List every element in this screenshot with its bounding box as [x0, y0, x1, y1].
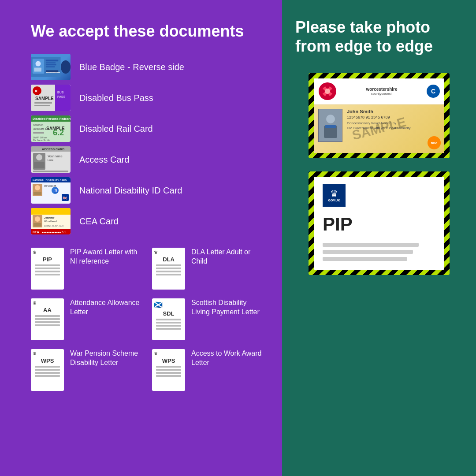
- svg-rect-16: [34, 102, 52, 104]
- striped-border-bottom: ♛ GOV.UK PIP: [309, 171, 450, 275]
- svg-text:Disabled Persons Railcard: Disabled Persons Railcard: [33, 117, 71, 120]
- svg-rect-6: [46, 64, 56, 65]
- svg-text:09/10/2025: 09/10/2025: [44, 185, 56, 187]
- svg-text:6.1: 6.1: [62, 231, 66, 234]
- wps-label: War Pension Scheme Disability Letter: [70, 349, 143, 368]
- doc-label-rail-card: Disabled Rail Card: [79, 124, 153, 134]
- left-panel: We accept these documents ■■■■■■■■■■■■■■: [0, 0, 282, 476]
- right-panel: Please take photo from edge to edge: [282, 0, 476, 476]
- doc-label-access-card: Access Card: [79, 155, 129, 165]
- crown-icon: ♛: [33, 301, 37, 305]
- svg-text:Expiry: 10 Jan 2015: Expiry: 10 Jan 2015: [44, 224, 63, 227]
- svg-text:6.2: 6.2: [53, 128, 64, 137]
- pip-code: PIP: [33, 256, 62, 263]
- card-name: John Smith: [347, 109, 440, 114]
- worcestershire-card: worcestershire countycouncil C: [314, 78, 444, 153]
- rose-icon: [318, 82, 337, 100]
- svg-rect-5: [46, 63, 56, 63]
- svg-text:Jennifer: Jennifer: [44, 216, 55, 219]
- wps-code: WPS: [33, 357, 62, 364]
- cea-card-thumb: Jennifer Woodhead Expiry: 10 Jan 2015 CE…: [31, 208, 71, 234]
- crown-icon: ♛: [154, 250, 158, 255]
- crown-icon: ♛: [154, 351, 158, 356]
- svg-point-2: [36, 61, 41, 67]
- svg-rect-3: [34, 68, 42, 72]
- pip-letter-card: ♛ GOV.UK PIP: [314, 177, 444, 270]
- svg-rect-7: [46, 67, 55, 67]
- svg-text:🇬🇧: 🇬🇧: [63, 196, 67, 200]
- atw-code: WPS: [154, 357, 183, 364]
- list-item: ✕ SAMPLE BUS PASS Disabled Bus Pass: [31, 85, 264, 111]
- dla-code: DLA: [154, 256, 183, 263]
- svg-rect-35: [34, 162, 45, 168]
- pip-line-3: [323, 257, 407, 261]
- blue-badge-thumb: ■■■■■■■■■■■■■■: [31, 54, 71, 80]
- letter-item-pip: ♛ PIP PIP Award Letter with NI reference: [31, 248, 143, 290]
- right-title: Please take photo from edge to edge: [295, 18, 463, 56]
- svg-rect-38: [33, 171, 68, 172]
- doc-label-cea-card: CEA Card: [79, 216, 119, 227]
- svg-rect-26: [33, 132, 44, 134]
- ndcard-thumb: NATIONAL DISABILITY CARD 09/10/2025 ♿ 🇬🇧: [31, 177, 71, 204]
- svg-text:BUS: BUS: [57, 91, 64, 94]
- crown-symbol: ♛: [330, 189, 338, 198]
- letter-item-dla: ♛ DLA DLA Letter Adult or Child: [152, 248, 264, 290]
- svg-point-34: [36, 154, 42, 160]
- pip-main-text: PIP: [323, 214, 435, 235]
- main-title: We accept these documents: [31, 22, 264, 41]
- dla-label: DLA Letter Adult or Child: [191, 248, 264, 266]
- list-item: NATIONAL DISABILITY CARD 09/10/2025 ♿ 🇬🇧…: [31, 177, 264, 204]
- svg-text:ACCESS CARD: ACCESS CARD: [42, 148, 64, 151]
- svg-text:PASS: PASS: [57, 95, 65, 98]
- svg-rect-17: [34, 105, 50, 106]
- blue-c-badge: C: [427, 85, 440, 98]
- aa-code: AA: [33, 307, 62, 313]
- svg-text:Woodhead: Woodhead: [44, 220, 57, 223]
- svg-text:♿: ♿: [54, 188, 58, 193]
- letter-item-wps: ♛ WPS War Pension Scheme Disability Lett…: [31, 349, 143, 391]
- doc-label-bus-pass: Disabled Bus Pass: [79, 93, 153, 103]
- doc-label-blue-badge: Blue Badge - Reverse side: [79, 62, 184, 72]
- crown-icon: ♛: [33, 250, 37, 255]
- rail-card-thumb: Disabled Persons Railcard 0000000 30 NOV…: [31, 115, 71, 142]
- document-list: ■■■■■■■■■■■■■■ Blue Badge - Reverse side…: [31, 54, 264, 234]
- atw-letter-thumb: ♛ WPS: [152, 349, 185, 391]
- dla-letter-thumb: ♛ DLA: [152, 248, 185, 290]
- gov-crown-box: ♛ GOV.UK: [323, 184, 346, 207]
- sdl-letter-thumb: 🏴󠁧󠁢󠁳󠁣󠁴󠁿 SDL: [152, 298, 185, 340]
- svg-point-66: [325, 94, 330, 100]
- aa-letter-thumb: ♛ AA: [31, 298, 64, 340]
- svg-point-64: [325, 89, 330, 94]
- svg-text:0000000: 0000000: [33, 124, 44, 126]
- gov-uk-label: GOV.UK: [328, 199, 340, 202]
- list-item: ACCESS CARD Your name Here Access Card: [31, 146, 264, 173]
- scotland-flag-icon: 🏴󠁧󠁢󠁳󠁣󠁴󠁿: [154, 301, 163, 309]
- svg-rect-4: [46, 60, 59, 62]
- svg-text:Mr June Smith: Mr June Smith: [33, 139, 50, 141]
- bus-pass-thumb: ✕ SAMPLE BUS PASS: [31, 85, 71, 111]
- doc-label-national-disability: National Disability ID Card: [79, 186, 182, 196]
- striped-border-top: worcestershire countycouncil C: [309, 73, 450, 158]
- list-item: ■■■■■■■■■■■■■■ Blue Badge - Reverse side: [31, 54, 264, 80]
- svg-text:■■■■■■■■■■■■: ■■■■■■■■■■■■: [42, 231, 61, 234]
- svg-text:SAMPLE: SAMPLE: [35, 96, 54, 101]
- atw-label: Access to Work Award Letter: [191, 349, 264, 368]
- sample-pip-letter-card: ♛ GOV.UK PIP: [309, 171, 450, 275]
- wps-letter-thumb: ♛ WPS: [31, 349, 64, 391]
- pip-line-2: [323, 250, 413, 254]
- sample-bus-pass-card: worcestershire countycouncil C: [309, 73, 450, 158]
- pip-letter-thumb: ♛ PIP: [31, 248, 64, 290]
- pip-label: PIP Award Letter with NI reference: [70, 248, 143, 266]
- list-item: Jennifer Woodhead Expiry: 10 Jan 2015 CE…: [31, 208, 264, 234]
- svg-text:■■■■■■■■■■■■■■: ■■■■■■■■■■■■■■: [46, 71, 60, 73]
- svg-point-65: [325, 82, 330, 89]
- svg-text:Here: Here: [48, 159, 54, 161]
- sdl-code: SDL: [154, 310, 183, 317]
- card-number: 12345678 91 2345 6789: [347, 115, 440, 119]
- sdl-label: Scottish Disability Living Payment Lette…: [191, 298, 264, 317]
- svg-text:Your name: Your name: [48, 155, 63, 158]
- access-card-thumb: ACCESS CARD Your name Here: [31, 146, 71, 173]
- svg-point-67: [319, 89, 325, 93]
- svg-text:NATIONAL DISABILITY CARD: NATIONAL DISABILITY CARD: [33, 179, 67, 182]
- svg-rect-54: [33, 223, 41, 227]
